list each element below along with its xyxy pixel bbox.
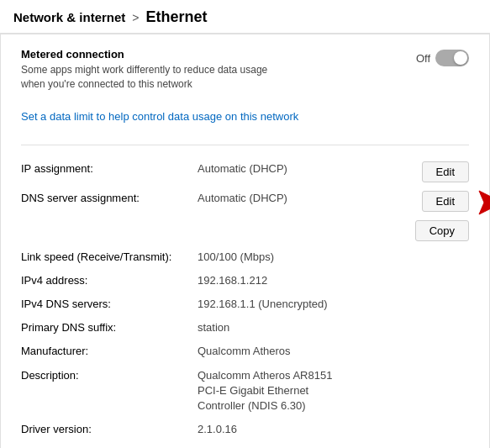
metered-text-block: Metered connection Some apps might work … bbox=[21, 48, 416, 92]
dns-assignment-action: Edit bbox=[422, 191, 469, 212]
link-speed-value: 100/100 (Mbps) bbox=[198, 250, 469, 265]
description-row: Description: Qualcomm Atheros AR8151PCI-… bbox=[21, 364, 469, 419]
toggle-thumb bbox=[454, 51, 467, 65]
ipv4-address-label: IPv4 address: bbox=[21, 273, 198, 288]
metered-connection-section: Metered connection Some apps might work … bbox=[21, 48, 469, 100]
breadcrumb-bar: Network & internet > Ethernet bbox=[0, 0, 490, 34]
copy-button[interactable]: Copy bbox=[415, 220, 469, 241]
ipv4-dns-value: 192.168.1.1 (Unencrypted) bbox=[198, 297, 469, 312]
metered-toggle[interactable] bbox=[435, 50, 469, 66]
link-speed-label: Link speed (Receive/Transmit): bbox=[21, 250, 198, 265]
toggle-label: Off bbox=[416, 52, 430, 65]
breadcrumb-network[interactable]: Network & internet bbox=[13, 10, 125, 24]
ip-assignment-action: Edit bbox=[422, 161, 469, 182]
dns-assignment-label: DNS server assignment: bbox=[21, 191, 198, 206]
physical-address-row: Physical address (MAC): 90-2B-34-62-B5-A… bbox=[21, 441, 469, 448]
breadcrumb-ethernet: Ethernet bbox=[146, 8, 208, 26]
ip-assignment-value: Automatic (DHCP) bbox=[198, 161, 414, 177]
ip-assignment-edit-button[interactable]: Edit bbox=[422, 161, 469, 182]
metered-toggle-container: Off bbox=[416, 50, 469, 66]
copy-row: Copy bbox=[21, 216, 469, 245]
settings-content: Metered connection Some apps might work … bbox=[0, 34, 490, 448]
ipv4-dns-row: IPv4 DNS servers: 192.168.1.1 (Unencrypt… bbox=[21, 293, 469, 316]
svg-marker-0 bbox=[479, 191, 490, 214]
driver-version-row: Driver version: 2.1.0.16 bbox=[21, 418, 469, 441]
primary-dns-suffix-row: Primary DNS suffix: station bbox=[21, 316, 469, 340]
manufacturer-label: Manufacturer: bbox=[21, 344, 198, 359]
description-value: Qualcomm Atheros AR8151PCI-E Gigabit Eth… bbox=[198, 368, 469, 414]
ipv4-address-value: 192.168.1.212 bbox=[198, 273, 469, 288]
dns-assignment-value: Automatic (DHCP) bbox=[198, 191, 414, 206]
manufacturer-value: Qualcomm Atheros bbox=[198, 344, 469, 359]
dns-assignment-row: DNS server assignment: Automatic (DHCP) … bbox=[21, 187, 469, 216]
breadcrumb-separator: > bbox=[132, 11, 139, 24]
metered-desc: Some apps might work differently to redu… bbox=[21, 63, 340, 92]
description-label: Description: bbox=[21, 368, 198, 383]
link-speed-row: Link speed (Receive/Transmit): 100/100 (… bbox=[21, 245, 469, 269]
manufacturer-row: Manufacturer: Qualcomm Atheros bbox=[21, 340, 469, 363]
copy-action: Copy bbox=[415, 220, 469, 241]
primary-dns-suffix-value: station bbox=[198, 320, 469, 335]
driver-version-label: Driver version: bbox=[21, 422, 198, 437]
data-limit-link[interactable]: Set a data limit to help control data us… bbox=[21, 110, 298, 123]
network-info-rows: IP assignment: Automatic (DHCP) Edit DNS… bbox=[21, 157, 469, 448]
ip-assignment-row: IP assignment: Automatic (DHCP) Edit bbox=[21, 157, 469, 187]
ip-assignment-label: IP assignment: bbox=[21, 161, 198, 177]
dns-assignment-edit-button[interactable]: Edit bbox=[422, 191, 469, 212]
divider bbox=[21, 145, 469, 145]
red-arrow-indicator bbox=[471, 189, 490, 219]
ipv4-address-row: IPv4 address: 192.168.1.212 bbox=[21, 269, 469, 293]
primary-dns-suffix-label: Primary DNS suffix: bbox=[21, 320, 198, 335]
metered-title: Metered connection bbox=[21, 48, 416, 61]
ipv4-dns-label: IPv4 DNS servers: bbox=[21, 297, 198, 312]
driver-version-value: 2.1.0.16 bbox=[198, 422, 469, 437]
